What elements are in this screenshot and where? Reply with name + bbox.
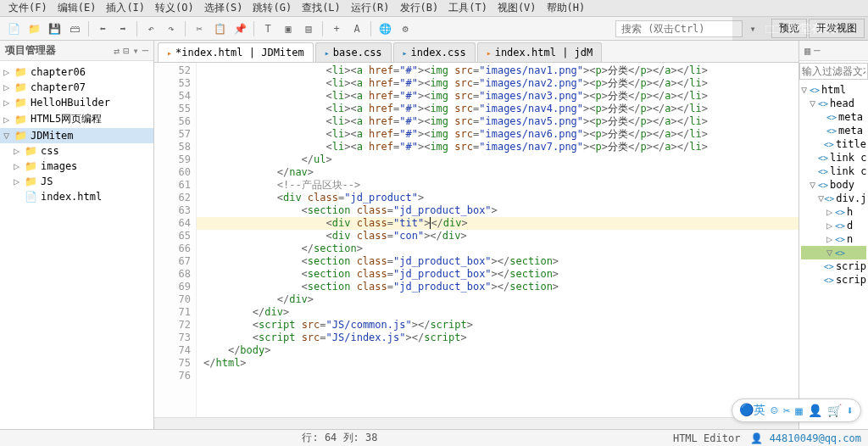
outline-link c[interactable]: <>link c	[801, 164, 866, 178]
redo-icon[interactable]: ↷	[163, 20, 180, 37]
user-email[interactable]: 👤 44810049@qq.com	[750, 432, 861, 444]
outline-html[interactable]: ▽<>html	[801, 83, 866, 97]
outline-head[interactable]: ▽<>head	[801, 97, 866, 110]
project-tree[interactable]: ▷📁chapter06▷📁chapter07▷📁HelloHBuilder▷📁H…	[0, 61, 153, 429]
search-input[interactable]	[615, 20, 743, 37]
menu-find[interactable]: 查找(L)	[297, 1, 346, 15]
tree-item-JDMitem[interactable]: ▽📁JDMitem	[0, 128, 153, 143]
tree-item-images[interactable]: ▷📁images	[0, 159, 153, 174]
outline-filter-input[interactable]	[799, 63, 868, 80]
panel-menu-icon[interactable]: ▾	[133, 45, 139, 57]
outline-[interactable]: ▽<>	[801, 246, 866, 259]
forward-icon[interactable]: ➡	[114, 20, 131, 37]
status-bar: 行: 64 列: 38 HTML Editor 👤 44810049@qq.co…	[0, 429, 868, 446]
outline-minimize-icon[interactable]: ─	[814, 45, 820, 57]
float-smile-icon[interactable]: ☺	[771, 404, 777, 417]
open-icon[interactable]: 📁	[25, 20, 42, 37]
tool-icon[interactable]: T	[259, 20, 276, 37]
menu-tools[interactable]: 工具(T)	[443, 1, 492, 15]
tree-item-chapter07[interactable]: ▷📁chapter07	[0, 80, 153, 95]
menu-edit[interactable]: 编辑(E)	[53, 1, 102, 15]
outline-panel: ▦ ─ ▽<>html▽<>head<>meta<>meta<>title<>l…	[798, 41, 868, 429]
tree-item-index.html[interactable]: 📄index.html	[0, 189, 153, 204]
font-icon[interactable]: A	[348, 20, 365, 37]
horizontal-scrollbar[interactable]	[154, 417, 798, 429]
outline-title[interactable]: <>title	[801, 137, 866, 151]
tool2-icon[interactable]: ▣	[280, 20, 297, 37]
float-user-icon[interactable]: 👤	[808, 404, 822, 417]
float-scissors-icon[interactable]: ✂	[783, 404, 790, 417]
tab-index.css[interactable]: ▸index.css	[393, 42, 476, 62]
back-icon[interactable]: ⬅	[94, 20, 111, 37]
tree-item-HTML5网页编程[interactable]: ▷📁HTML5网页编程	[0, 110, 153, 128]
menu-select[interactable]: 选择(S)	[199, 1, 248, 15]
outline-scrip[interactable]: <>scrip	[801, 273, 866, 287]
undo-icon[interactable]: ↶	[142, 20, 159, 37]
tab-*index.html[interactable]: ▸*index.html | JDMitem	[158, 42, 314, 62]
outline-d[interactable]: ▷<>d	[801, 219, 866, 232]
tree-item-css[interactable]: ▷📁css	[0, 143, 153, 159]
tree-item-JS[interactable]: ▷📁JS	[0, 174, 153, 189]
menu-help[interactable]: 帮助(H)	[542, 1, 591, 15]
menu-goto[interactable]: 跳转(G)	[248, 1, 297, 15]
save-icon[interactable]: 💾	[46, 20, 63, 37]
outline-link c[interactable]: <>link c	[801, 151, 866, 164]
cut-icon[interactable]: ✂	[191, 20, 208, 37]
outline-scrip[interactable]: <>scrip	[801, 259, 866, 273]
collapse-icon[interactable]: ⊟	[123, 45, 129, 57]
tab-index.html[interactable]: ▸index.html | jdM	[477, 42, 603, 62]
menu-file[interactable]: 文件(F)	[3, 1, 53, 15]
outline-meta[interactable]: <>meta	[801, 110, 866, 124]
cursor-position: 行: 64 列: 38	[7, 431, 673, 445]
line-gutter: 5253545556575859606162⊟63646566676869707…	[154, 63, 197, 417]
new-file-icon[interactable]: 📄	[5, 20, 22, 37]
minimize-icon[interactable]: ─	[142, 45, 148, 57]
tool3-icon[interactable]: ▤	[300, 20, 317, 37]
menu-run[interactable]: 运行(R)	[346, 1, 395, 15]
float-download-icon[interactable]: ⬇	[847, 404, 854, 417]
outline-h[interactable]: ▷<>h	[801, 205, 866, 219]
menu-view[interactable]: 视图(V)	[492, 1, 542, 15]
outline-div.jc[interactable]: ▽<>div.jc	[801, 192, 866, 205]
menu-escape[interactable]: 转义(O)	[150, 1, 199, 15]
menu-insert[interactable]: 插入(I)	[101, 1, 150, 15]
save-all-icon[interactable]: 🗃	[66, 20, 83, 37]
floating-toolbar: 🔵英 ☺ ✂ ▦ 👤 🛒 ⬇	[732, 399, 861, 422]
outline-tree[interactable]: ▽<>html▽<>head<>meta<>meta<>title<>link …	[799, 81, 868, 429]
menu-bar: 文件(F) 编辑(E) 插入(I) 转义(O) 选择(S) 跳转(G) 查找(L…	[0, 0, 868, 17]
float-cart-icon[interactable]: 🛒	[827, 404, 842, 417]
float-grid-icon[interactable]: ▦	[795, 404, 802, 417]
outline-icon[interactable]: ▦	[804, 45, 810, 57]
editor-mode: HTML Editor	[673, 432, 740, 444]
watermark-logo: ⬚⬚ 学堂在线	[732, 17, 868, 41]
paste-icon[interactable]: 📌	[231, 20, 248, 37]
editor-tabs: ▸*index.html | JDMitem▸base.css▸index.cs…	[154, 41, 798, 63]
tree-item-chapter06[interactable]: ▷📁chapter06	[0, 64, 153, 80]
float-lang-icon[interactable]: 🔵英	[739, 403, 765, 418]
outline-meta[interactable]: <>meta	[801, 124, 866, 137]
editor-area: ▸*index.html | JDMitem▸base.css▸index.cs…	[154, 41, 798, 429]
copy-icon[interactable]: 📋	[211, 20, 228, 37]
menu-publish[interactable]: 发行(B)	[395, 1, 444, 15]
outline-n[interactable]: ▷<>n	[801, 232, 866, 246]
link-icon[interactable]: ⇄	[114, 45, 120, 57]
tree-item-HelloHBuilder[interactable]: ▷📁HelloHBuilder	[0, 95, 153, 110]
tab-base.css[interactable]: ▸base.css	[315, 42, 392, 62]
outline-body[interactable]: ▽<>body	[801, 178, 866, 192]
plus-icon[interactable]: +	[328, 20, 345, 37]
project-panel: 项目管理器 ⇄ ⊟ ▾ ─ ▷📁chapter06▷📁chapter07▷📁He…	[0, 41, 154, 429]
project-panel-title: 项目管理器	[5, 43, 56, 58]
gear-icon[interactable]: ⚙	[397, 20, 414, 37]
browser-icon[interactable]: 🌐	[376, 20, 393, 37]
code-editor[interactable]: <li><a href="#"><img src="images/nav1.pn…	[197, 63, 798, 417]
